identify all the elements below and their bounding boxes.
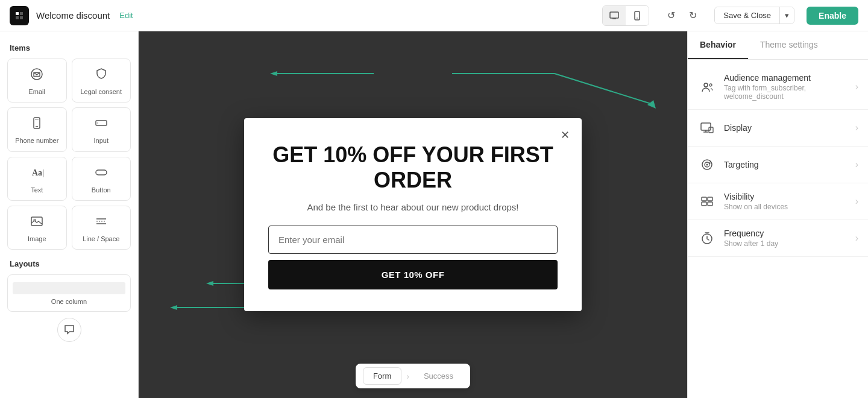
audience-title: Audience management (724, 73, 848, 83)
item-line-space-label: Line / Space (83, 235, 119, 243)
tab-form[interactable]: Form (363, 367, 401, 385)
audience-subtitle: Tag with form_subscriber, welcome_discou… (724, 84, 848, 101)
panel-item-frequency[interactable]: Frequency Show after 1 day › (688, 220, 868, 257)
layouts-section-title: Layouts (10, 259, 131, 268)
layout-one-column-preview (13, 282, 125, 294)
svg-marker-24 (170, 305, 177, 310)
item-phone-number-label: Phone number (15, 136, 58, 145)
desktop-view-btn[interactable] (603, 6, 626, 25)
svg-point-27 (704, 83, 708, 87)
text-icon: Aa| (30, 166, 43, 182)
panel-item-audience[interactable]: Audience management Tag with form_subscr… (688, 65, 868, 110)
chat-icon-btn[interactable] (57, 318, 81, 342)
canvas-area: ✕ GET 10% OFF YOUR FIRST ORDER And be th… (139, 31, 687, 398)
popup-subtitle: And be the first to hear about our new p… (268, 202, 558, 212)
tab-arrow: › (406, 371, 409, 381)
input-icon (95, 116, 108, 133)
audience-content: Audience management Tag with form_subscr… (724, 73, 848, 101)
visibility-chevron: › (855, 196, 858, 207)
display-chevron: › (855, 122, 858, 133)
display-title: Display (724, 123, 848, 133)
item-image[interactable]: Image (7, 206, 67, 250)
right-panel-tabs: Behavior Theme settings (688, 31, 868, 60)
frequency-icon (697, 229, 717, 248)
popup-modal: ✕ GET 10% OFF YOUR FIRST ORDER And be th… (244, 118, 582, 311)
svg-rect-36 (702, 197, 706, 201)
visibility-title: Visibility (724, 192, 848, 201)
item-input-label: Input (94, 136, 108, 145)
frequency-subtitle: Show after 1 day (724, 239, 848, 248)
frequency-content: Frequency Show after 1 day (724, 229, 848, 248)
panel-item-targeting[interactable]: Targeting › (688, 147, 868, 183)
tab-success[interactable]: Success (414, 368, 463, 384)
popup-title: GET 10% OFF YOUR FIRST ORDER (268, 142, 558, 192)
theme-settings-arrow-annotation (434, 55, 687, 116)
right-panel: Behavior Theme settings Audience managem… (687, 31, 868, 398)
panel-item-display[interactable]: Display › (688, 110, 868, 147)
shield-icon (95, 68, 108, 84)
edit-link[interactable]: Edit (119, 11, 133, 20)
logo (10, 6, 29, 25)
layout-one-column[interactable]: One column (7, 274, 131, 312)
display-content: Display (724, 123, 848, 133)
tab-behavior[interactable]: Behavior (688, 31, 748, 59)
email-icon (30, 68, 43, 84)
page-title: Welcome discount (36, 10, 110, 21)
svg-text:Aa|: Aa| (32, 168, 43, 177)
item-text[interactable]: Aa| Text (7, 157, 67, 201)
save-dropdown-btn[interactable]: ▾ (779, 7, 794, 24)
svg-marker-19 (270, 71, 277, 76)
targeting-chevron: › (855, 159, 858, 170)
mobile-view-btn[interactable] (626, 6, 649, 25)
left-panel: Items Email Legal consent (0, 31, 139, 398)
svg-rect-1 (635, 11, 640, 20)
right-panel-items: Audience management Tag with form_subscr… (688, 60, 868, 262)
panel-item-visibility[interactable]: Visibility Show on all devices › (688, 183, 868, 220)
item-legal-consent[interactable]: Legal consent (72, 58, 131, 103)
svg-rect-13 (31, 217, 42, 226)
svg-line-21 (555, 74, 651, 104)
item-email[interactable]: Email (7, 58, 67, 103)
enable-button[interactable]: Enable (807, 7, 858, 25)
button-icon (95, 166, 108, 182)
svg-marker-22 (647, 100, 656, 109)
item-button[interactable]: Button (72, 157, 131, 201)
items-grid: Email Legal consent Phone number (7, 58, 131, 250)
visibility-subtitle: Show on all devices (724, 203, 848, 211)
visibility-icon (697, 192, 717, 211)
item-phone-number[interactable]: Phone number (7, 107, 67, 151)
undo-btn[interactable]: ↺ (661, 6, 681, 25)
popup-close-btn[interactable]: ✕ (556, 127, 573, 144)
undo-redo: ↺ ↻ (661, 6, 702, 25)
popup-email-input[interactable] (268, 226, 558, 254)
item-line-space[interactable]: Line / Space (72, 206, 131, 250)
items-arrow-annotation (139, 55, 392, 92)
view-toggle (602, 5, 649, 26)
display-icon (697, 118, 717, 137)
items-section-title: Items (10, 43, 131, 52)
popup-cta-btn[interactable]: GET 10% OFF (268, 260, 558, 289)
svg-point-35 (706, 164, 708, 166)
svg-rect-38 (702, 202, 706, 206)
item-legal-consent-label: Legal consent (81, 87, 122, 96)
svg-point-28 (709, 84, 712, 86)
redo-btn[interactable]: ↻ (683, 6, 702, 25)
svg-point-2 (637, 17, 638, 19)
save-close-group: Save & Close ▾ (714, 7, 794, 24)
save-close-button[interactable]: Save & Close (715, 7, 779, 24)
svg-rect-37 (708, 197, 712, 201)
phone-icon (30, 116, 43, 133)
main-layout: Items Email Legal consent (0, 31, 868, 398)
svg-point-3 (31, 69, 42, 80)
targeting-title: Targeting (724, 160, 848, 169)
audience-icon (697, 77, 717, 96)
layout-one-column-label: One column (51, 298, 87, 305)
svg-rect-12 (96, 170, 107, 175)
frequency-title: Frequency (724, 229, 848, 238)
svg-rect-0 (610, 12, 618, 18)
line-space-icon (95, 215, 108, 231)
tab-theme-settings[interactable]: Theme settings (748, 31, 830, 59)
svg-marker-26 (206, 281, 213, 286)
audience-chevron: › (855, 81, 858, 92)
item-input[interactable]: Input (72, 107, 131, 151)
